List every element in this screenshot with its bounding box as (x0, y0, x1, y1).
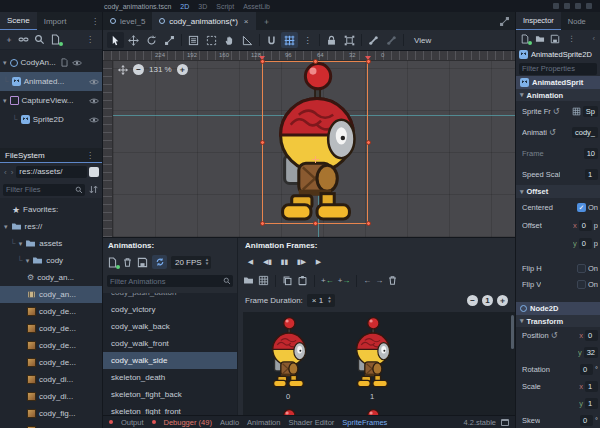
sort-files-icon[interactable] (88, 184, 99, 195)
collapse-icon[interactable]: ▾ (19, 240, 23, 248)
eye-icon[interactable] (89, 115, 99, 125)
animation-list-item[interactable]: cody_victory (103, 301, 237, 318)
filter-nodes-icon[interactable] (34, 34, 45, 45)
fps-field[interactable]: 20 FPS ▲▼ (171, 256, 211, 269)
revert-icon[interactable]: ↺ (549, 128, 556, 137)
add-frames-from-sheet-button[interactable] (258, 275, 269, 286)
frames-zoom-reset-button[interactable]: 1 (482, 295, 493, 306)
tab-level5[interactable]: level_5 (103, 12, 152, 30)
offset-y-value[interactable]: 0 (579, 238, 592, 249)
debugger-button[interactable]: Debugger (49) (164, 418, 212, 427)
frame-thumbnail-1[interactable] (349, 317, 395, 388)
copy-frame-button[interactable] (282, 275, 293, 286)
scale-y-value[interactable]: 1 (585, 398, 598, 409)
scale-tool-button[interactable] (161, 32, 178, 48)
workspace-assetlib-button[interactable]: AssetLib (243, 3, 270, 10)
category-animation[interactable]: ▾ Animation (516, 89, 600, 101)
tab-import[interactable]: Import (37, 12, 74, 30)
stop-scene-icon[interactable] (575, 3, 581, 9)
frames-zoom-in-button[interactable]: ＋ (497, 295, 508, 306)
tab-cody-animations[interactable]: cody_animations(*) × (152, 12, 255, 30)
view-menu[interactable]: View (407, 36, 438, 45)
delete-animation-button[interactable] (122, 257, 133, 268)
selection-handle[interactable] (366, 59, 371, 64)
speed-scale-value[interactable]: 1 (585, 169, 598, 180)
toggle-split-mode-button[interactable] (89, 167, 99, 177)
bone-icon[interactable] (383, 32, 400, 48)
frames-zoom-out-button[interactable]: − (467, 295, 478, 306)
animation-list-item[interactable]: cody_walk_front (103, 335, 237, 352)
node-list-tool-button[interactable] (185, 32, 202, 48)
animation-list-item[interactable]: cody_push_button (103, 293, 237, 301)
paste-frame-button[interactable] (297, 275, 308, 286)
duration-spinner[interactable]: ▲▼ (327, 296, 331, 304)
snap-options-menu-icon[interactable]: ⋮ (299, 32, 316, 48)
filter-properties-input[interactable] (519, 63, 597, 75)
selection-box[interactable] (262, 61, 368, 224)
move-frame-left-button[interactable]: ← (363, 277, 371, 285)
zoom-in-button[interactable]: ＋ (177, 64, 188, 75)
play-backwards-from-current-button[interactable]: ◀▮ (260, 255, 275, 269)
filesystem-menu-icon[interactable]: ⋮ (83, 151, 97, 160)
pause-scene-icon[interactable] (564, 3, 570, 9)
scene-dock-menu-icon[interactable]: ⋮ (88, 12, 102, 30)
workspace-2d-button[interactable]: 2D (180, 3, 189, 10)
close-tab-icon[interactable]: × (242, 17, 249, 26)
file-row[interactable]: cody_de... (0, 354, 102, 371)
play-backwards-button[interactable]: ◀ (243, 255, 258, 269)
region-select-tool-button[interactable] (203, 32, 220, 48)
attach-script-button[interactable] (50, 34, 61, 45)
insert-before-button[interactable]: +← (321, 277, 334, 285)
favorites-row[interactable]: ★ Favorites: (0, 201, 102, 218)
group-button[interactable] (341, 32, 358, 48)
smart-snap-toggle[interactable] (263, 32, 280, 48)
pause-button[interactable]: ▮▮ (277, 255, 292, 269)
2d-viewport[interactable]: 224 192 160 128 96 64 32 0 (103, 51, 515, 237)
collapse-icon[interactable]: ▾ (26, 257, 30, 265)
shader-editor-button[interactable]: Shader Editor (288, 418, 334, 427)
play-from-current-button[interactable]: ▮▶ (294, 255, 309, 269)
workspace-script-button[interactable]: Script (216, 3, 234, 10)
grid-snap-toggle[interactable] (281, 32, 298, 48)
selection-handle[interactable] (260, 221, 265, 226)
flip-h-checkbox[interactable] (577, 264, 586, 273)
add-animation-button[interactable] (107, 257, 118, 268)
scene-tree-options-icon[interactable]: ⋮ (83, 35, 97, 44)
script-icon[interactable] (60, 58, 69, 67)
insert-after-button[interactable]: +→ (338, 277, 351, 285)
move-frame-right-button[interactable]: → (375, 277, 383, 285)
center-view-icon[interactable] (118, 65, 128, 75)
folder-row-res[interactable]: ▾ res:// (0, 218, 102, 235)
folder-row-cody[interactable]: └ ▾ cody (0, 252, 102, 269)
tree-node-animatedsprite[interactable]: └ Animated... (0, 72, 102, 91)
new-tab-button[interactable]: ＋ (256, 12, 278, 30)
tree-node-sprite2d[interactable]: └ Sprite2D (0, 110, 102, 129)
delete-frame-button[interactable] (387, 275, 398, 286)
distraction-free-icon[interactable] (499, 16, 510, 27)
viewport-canvas[interactable]: − 131 % ＋ (113, 61, 515, 237)
pan-tool-button[interactable] (221, 32, 238, 48)
file-row[interactable]: cody_di... (0, 371, 102, 388)
output-button[interactable]: Output (121, 418, 144, 427)
save-resource-button[interactable] (550, 34, 560, 44)
file-row[interactable]: cody_de... (0, 303, 102, 320)
revert-icon[interactable]: ↺ (553, 107, 560, 116)
folder-row-assets[interactable]: └ ▾ assets (0, 235, 102, 252)
workspace-3d-button[interactable]: 3D (198, 3, 207, 10)
file-row[interactable]: cody_fig... (0, 405, 102, 422)
file-row[interactable]: cody_fig... (0, 422, 102, 428)
play-scene-icon[interactable] (553, 3, 559, 9)
scale-x-value[interactable]: 1 (585, 381, 598, 392)
animation-list-item[interactable]: skeleton_death (103, 369, 237, 386)
section-animatedsprite2d[interactable]: AnimatedSprit (516, 76, 600, 89)
filter-animations-input[interactable] (107, 275, 233, 287)
select-tool-button[interactable] (107, 32, 124, 48)
selection-handle[interactable] (260, 59, 265, 64)
eye-icon[interactable] (72, 58, 82, 68)
animation-list-item[interactable]: skeleton_fight_back (103, 386, 237, 403)
file-row-selected[interactable]: cody_an... (0, 286, 102, 303)
frame-thumbnail-0[interactable] (265, 317, 311, 388)
selection-handle[interactable] (313, 59, 318, 64)
animation-list-item[interactable]: cody_walk_back (103, 318, 237, 335)
file-row[interactable]: cody_de... (0, 320, 102, 337)
